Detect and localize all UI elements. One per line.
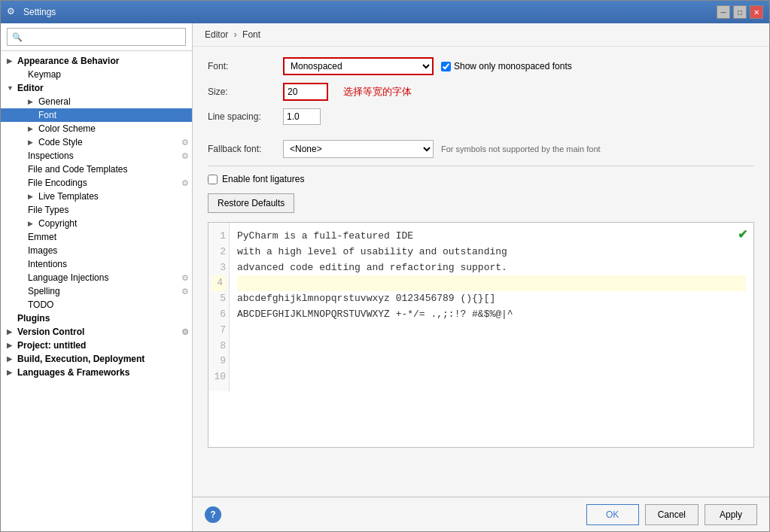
sidebar-item-label: TODO	[28, 299, 189, 310]
sidebar-item-filetemplates[interactable]: File and Code Templates	[1, 163, 192, 176]
sidebar-item-filetypes[interactable]: File Types	[1, 203, 192, 217]
sidebar-item-label: Languages & Frameworks	[17, 367, 189, 378]
sidebar-item-label: File Encodings	[28, 178, 181, 188]
sidebar-item-todo[interactable]: TODO	[1, 298, 192, 312]
sidebar-item-copyright[interactable]: ▶ Copyright	[1, 217, 192, 230]
footer: ? OK Cancel Apply	[193, 497, 769, 531]
show-monospaced-label: Show only monospaced fonts	[454, 61, 572, 71]
preview-line-5: abcdefghijklmnopqrstuvwxyz 0123456789 ()…	[237, 293, 513, 320]
sidebar-item-fileencodings[interactable]: File Encodings ⚙	[1, 176, 192, 190]
sidebar-item-editor[interactable]: ▼ Editor	[1, 81, 192, 95]
sidebar-item-images[interactable]: Images	[1, 244, 192, 257]
sidebar-item-codestyle[interactable]: ▶ Code Style ⚙	[1, 135, 192, 149]
size-label: Size:	[208, 87, 283, 97]
font-select[interactable]: Monospaced Courier New Consolas	[283, 57, 434, 75]
ligatures-label[interactable]: Enable font ligatures	[222, 174, 304, 184]
fallback-font-select[interactable]: <None>	[283, 140, 434, 158]
ligatures-row: Enable font ligatures	[208, 174, 754, 184]
search-input[interactable]	[7, 28, 186, 46]
sidebar-item-label: Inspections	[28, 150, 181, 161]
sidebar-item-label: Code Style	[38, 137, 181, 147]
line-number: 7	[212, 323, 226, 339]
fallback-font-row: Fallback font: <None> For symbols not su…	[208, 140, 754, 158]
sidebar-item-plugins[interactable]: Plugins	[1, 312, 192, 325]
ligatures-checkbox[interactable]	[208, 175, 218, 184]
sidebar-item-spelling[interactable]: Spelling ⚙	[1, 284, 192, 298]
sidebar-item-livetemplates[interactable]: ▶ Live Templates	[1, 190, 192, 203]
sidebar-item-label: Language Injections	[28, 272, 181, 283]
line-spacing-label: Line spacing:	[208, 111, 283, 122]
sidebar-item-appearance[interactable]: ▶ Appearance & Behavior	[1, 54, 192, 68]
sidebar-item-label: Editor	[17, 83, 189, 93]
arrow-icon: ▶	[7, 355, 17, 363]
size-input[interactable]	[283, 83, 328, 101]
fallback-font-label: Fallback font:	[208, 144, 283, 154]
sidebar-item-label: Live Templates	[38, 191, 189, 202]
restore-defaults-button[interactable]: Restore Defaults	[208, 193, 294, 213]
breadcrumb: Editor › Font	[193, 23, 769, 47]
window-controls: ─ □ ✕	[717, 5, 763, 19]
sidebar-item-versioncontrol[interactable]: ▶ Version Control ⚙	[1, 325, 192, 339]
settings-window: ⚙ Settings ─ □ ✕ ▶ Appearance & Behavior	[0, 0, 770, 532]
maximize-button[interactable]: □	[733, 5, 747, 19]
divider	[208, 166, 754, 166]
title-bar: ⚙ Settings ─ □ ✕	[1, 1, 769, 23]
font-label: Font:	[208, 61, 283, 71]
sidebar-item-langinjections[interactable]: Language Injections ⚙	[1, 271, 192, 284]
sidebar-item-label: Emmet	[28, 232, 189, 242]
line-number: 9	[212, 354, 226, 369]
arrow-icon: ▶	[28, 98, 38, 105]
gear-icon: ⚙	[181, 287, 189, 296]
cancel-button[interactable]: Cancel	[645, 504, 698, 525]
minimize-button[interactable]: ─	[717, 5, 730, 19]
sidebar-tree: ▶ Appearance & Behavior Keymap ▼ Editor …	[1, 51, 192, 531]
window-title: Settings	[23, 7, 717, 17]
sidebar-item-label: Intentions	[28, 259, 189, 269]
arrow-icon: ▶	[7, 342, 17, 349]
arrow-icon: ▼	[7, 84, 17, 92]
line-number: 5	[212, 291, 226, 307]
apply-button[interactable]: Apply	[705, 504, 757, 525]
preview-area: 1 2 3 4 5 6 7 8 9 10 PyCharm is a full-f…	[208, 222, 754, 448]
sidebar-item-keymap[interactable]: Keymap	[1, 68, 192, 81]
line-number: 3	[212, 260, 226, 276]
sidebar-item-label: Copyright	[38, 218, 189, 229]
sidebar-item-label: Project: untitled	[17, 340, 189, 351]
checkmark-icon: ✔	[738, 227, 747, 242]
line-number: 6	[212, 307, 226, 323]
sidebar-item-label: Build, Execution, Deployment	[17, 354, 189, 364]
line-spacing-input[interactable]	[283, 108, 321, 125]
gear-icon: ⚙	[181, 138, 189, 147]
sidebar-item-label: Plugins	[17, 313, 189, 324]
ok-button[interactable]: OK	[586, 504, 639, 525]
arrow-icon: ▶	[28, 220, 38, 227]
line-number: 4	[212, 275, 226, 291]
preview-line-1: PyCharm is a full-featured IDE with a hi…	[237, 230, 507, 273]
gear-icon: ⚙	[181, 273, 189, 283]
sidebar-item-font[interactable]: Font	[1, 108, 192, 122]
fallback-hint: For symbols not supported by the main fo…	[441, 144, 601, 154]
show-monospaced-checkbox[interactable]	[441, 62, 451, 71]
sidebar-item-colorscheme[interactable]: ▶ Color Scheme	[1, 122, 192, 135]
gear-icon: ⚙	[181, 178, 189, 188]
sidebar-item-buildexec[interactable]: ▶ Build, Execution, Deployment	[1, 352, 192, 366]
sidebar-item-intentions[interactable]: Intentions	[1, 257, 192, 271]
sidebar-item-label: Spelling	[28, 286, 181, 296]
arrow-icon: ▶	[28, 193, 38, 200]
sidebar-item-emmet[interactable]: Emmet	[1, 230, 192, 244]
help-button[interactable]: ?	[205, 506, 221, 523]
sidebar-item-project[interactable]: ▶ Project: untitled	[1, 339, 192, 352]
sidebar: ▶ Appearance & Behavior Keymap ▼ Editor …	[1, 23, 193, 531]
sidebar-item-label: Images	[28, 245, 189, 256]
preview-inner: 1 2 3 4 5 6 7 8 9 10 PyCharm is a full-f…	[208, 223, 753, 391]
close-button[interactable]: ✕	[750, 5, 763, 19]
right-panel: Editor › Font Font: Monospaced Courier N…	[193, 23, 769, 531]
sidebar-item-label: File Types	[28, 205, 189, 215]
show-monospaced-checkbox-label[interactable]: Show only monospaced fonts	[441, 61, 572, 71]
sidebar-item-inspections[interactable]: Inspections ⚙	[1, 149, 192, 163]
sidebar-item-general[interactable]: ▶ General	[1, 95, 192, 108]
line-numbers: 1 2 3 4 5 6 7 8 9 10	[208, 223, 230, 391]
line-number: 2	[212, 245, 226, 260]
sidebar-item-label: Font	[38, 110, 189, 120]
sidebar-item-languages[interactable]: ▶ Languages & Frameworks	[1, 366, 192, 379]
